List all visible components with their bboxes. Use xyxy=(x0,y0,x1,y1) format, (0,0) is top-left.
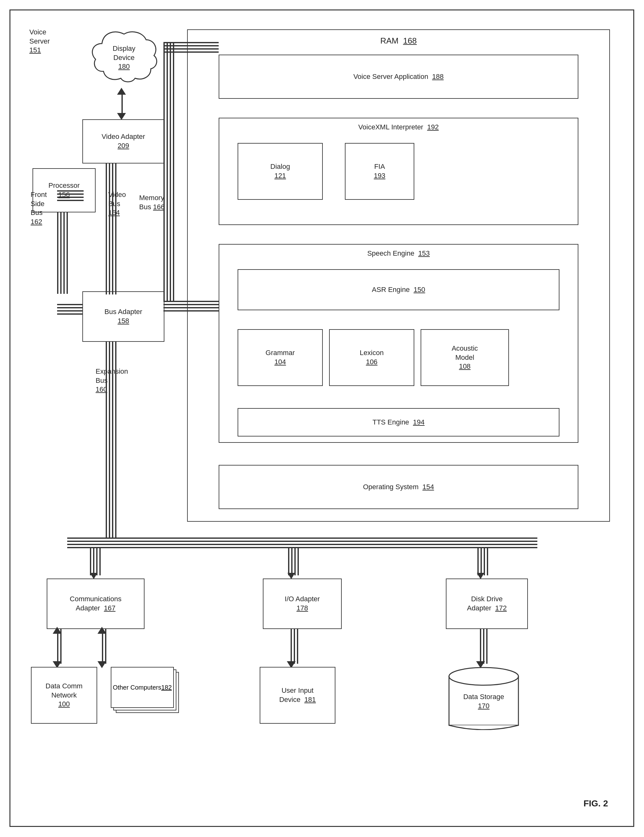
disk-v3 xyxy=(484,547,485,575)
mbus-v1 xyxy=(164,42,165,302)
io-v4 xyxy=(298,547,299,575)
mbus-top-h2 xyxy=(164,45,219,46)
hbus-main2 xyxy=(67,541,537,542)
mbus-v2 xyxy=(167,42,168,302)
fsb-h1 xyxy=(57,190,84,192)
mbus-top-h4 xyxy=(164,51,219,53)
uid-v3 xyxy=(297,629,298,664)
comm-adapter-box: CommunicationsAdapter 167 xyxy=(47,579,144,629)
hbus-main4 xyxy=(67,547,537,548)
fsb-h4 xyxy=(57,200,84,201)
comm-v2 xyxy=(93,547,94,575)
diagram-container: VoiceServer151 RAM 168 Voice Server Appl… xyxy=(10,10,634,827)
ebus-v4 xyxy=(115,342,116,537)
arr-disk xyxy=(477,573,484,579)
oc-v2 xyxy=(105,629,107,664)
fsb-h2 xyxy=(57,194,84,195)
comm-v1 xyxy=(90,547,91,575)
ds-v3 xyxy=(486,629,487,664)
fia-box: FIA193 xyxy=(345,143,414,200)
io-adapter-box: I/O Adapter178 xyxy=(263,579,342,629)
dcn-v1 xyxy=(57,629,58,664)
uid-v1 xyxy=(291,629,292,664)
fsb-h-bot2 xyxy=(57,307,83,309)
arrow-up-display xyxy=(117,88,126,95)
fsb-h-bot3 xyxy=(57,310,83,312)
arr-oc-down xyxy=(97,661,107,668)
ebus-join xyxy=(106,537,107,539)
arr-io xyxy=(287,573,295,579)
memory-bus-label: MemoryBus 166 xyxy=(139,194,165,212)
io-v2 xyxy=(291,547,292,575)
mbus-v3 xyxy=(170,42,171,302)
io-v1 xyxy=(288,547,289,575)
hbus-main1 xyxy=(67,537,537,539)
dcn-v2 xyxy=(60,629,62,664)
vbus-l2 xyxy=(109,164,110,294)
ds-v2 xyxy=(483,629,484,664)
tts-engine-box: TTS Engine 194 xyxy=(238,408,559,437)
voice-server-app-box: Voice Server Application 188 xyxy=(219,54,578,99)
disk-v2 xyxy=(480,547,482,575)
fsb-h-bot1 xyxy=(57,304,83,305)
disk-v4 xyxy=(487,547,488,575)
video-bus-label: VideoBus164 xyxy=(108,190,126,217)
ds-v1 xyxy=(480,629,481,664)
disk-v1 xyxy=(477,547,478,575)
comm-v4 xyxy=(99,547,101,575)
bus-adapter-box: Bus Adapter158 xyxy=(82,291,164,342)
mbus-v4 xyxy=(173,42,174,302)
data-comm-box: Data CommNetwork100 xyxy=(31,667,97,724)
data-storage-cylinder: Data Storage170 xyxy=(446,667,521,730)
video-adapter-box: Video Adapter209 xyxy=(82,119,164,164)
hbus-main3 xyxy=(67,544,537,545)
other-computers-stacked: Other Computers182 xyxy=(111,667,179,718)
asr-engine-box: ASR Engine 150 xyxy=(238,269,559,310)
mbus-h1 xyxy=(164,301,219,302)
dialog-box: Dialog121 xyxy=(238,143,323,200)
mbus-top-h3 xyxy=(164,48,219,49)
fsb-line3 xyxy=(64,212,65,294)
oc-v1 xyxy=(102,629,103,664)
fsb-line2 xyxy=(60,212,62,294)
comm-v3 xyxy=(96,547,97,575)
ebus-v2 xyxy=(109,342,110,537)
arr-oc-up xyxy=(97,627,107,634)
vbus-l3 xyxy=(112,164,113,294)
ebus-v3 xyxy=(112,342,113,537)
grammar-box: Grammar104 xyxy=(238,329,323,386)
os-box: Operating System 154 xyxy=(219,465,578,509)
lexicon-box: Lexicon106 xyxy=(329,329,414,386)
arr-comm xyxy=(90,573,97,579)
io-v3 xyxy=(294,547,296,575)
fsb-h3 xyxy=(57,197,84,198)
disk-drive-adapter-box: Disk DriveAdapter 172 xyxy=(446,579,528,629)
voice-server-label: VoiceServer151 xyxy=(29,28,50,55)
fsb-h-bot4 xyxy=(57,313,83,315)
mbus-h4 xyxy=(164,310,219,312)
uid-v2 xyxy=(294,629,295,664)
front-side-bus-label: FrontSideBus162 xyxy=(31,190,47,226)
mbus-top-h1 xyxy=(164,42,219,43)
ebus-v1 xyxy=(106,342,107,537)
vbus-l4 xyxy=(115,164,116,294)
arrow-down-display xyxy=(117,113,126,120)
mbus-h2 xyxy=(164,304,219,305)
display-device: DisplayDevice180 xyxy=(86,28,162,91)
arr-dcn-up xyxy=(53,627,62,634)
svg-point-1 xyxy=(449,668,518,685)
acoustic-model-box: AcousticModel108 xyxy=(421,329,509,386)
fsb-line1 xyxy=(57,212,58,294)
mbus-h3 xyxy=(164,307,219,309)
user-input-box: User InputDevice 181 xyxy=(260,667,336,724)
fig-label: FIG. 2 xyxy=(583,799,608,809)
fsb-line4 xyxy=(67,212,68,294)
vbus-l1 xyxy=(106,164,107,294)
